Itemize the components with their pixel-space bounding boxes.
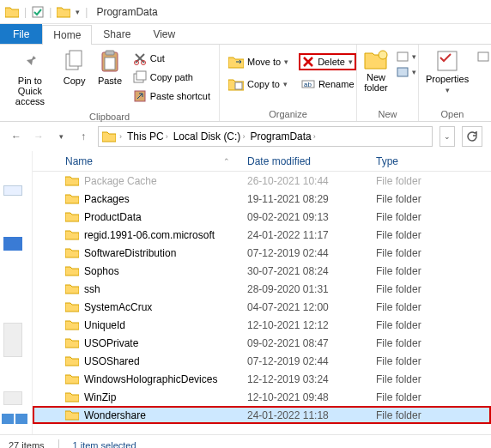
tab-file[interactable]: File [0, 24, 42, 44]
copy-to-button[interactable]: Copy to ▾ [225, 76, 291, 93]
paste-shortcut-button[interactable]: Paste shortcut [130, 88, 214, 105]
new-folder-button[interactable]: New folder [362, 46, 390, 96]
table-row[interactable]: Packages19-11-2021 08:29File folder [33, 190, 491, 208]
folder-icon [65, 283, 79, 294]
svg-rect-4 [106, 51, 114, 55]
group-label-open: Open [424, 107, 481, 121]
svg-rect-9 [136, 71, 146, 80]
nav-forward-button[interactable]: → [31, 129, 46, 144]
folder-icon [57, 6, 70, 18]
pin-to-quick-access-button[interactable]: Pin to Quick access [5, 46, 55, 110]
svg-rect-15 [397, 52, 408, 61]
group-open: Properties ▾ Open [419, 45, 486, 121]
column-headers: Name⌃ Date modified Type [33, 151, 491, 172]
chevron-down-icon: ▾ [284, 58, 288, 66]
folder-icon [65, 337, 79, 348]
col-name[interactable]: Name⌃ [33, 155, 247, 167]
svg-rect-5 [105, 58, 115, 70]
svg-rect-17 [438, 51, 457, 70]
crumb-local-disk[interactable]: Local Disk (C:)› [172, 130, 247, 142]
col-type[interactable]: Type [376, 155, 491, 167]
table-row[interactable]: Wondershare24-01-2022 11:18File folder [33, 406, 491, 424]
paste-shortcut-icon [133, 89, 147, 103]
table-row[interactable]: USOShared07-12-2019 02:44File folder [33, 352, 491, 370]
status-bar: 27 items 1 item selected [0, 434, 491, 448]
svg-text:ab: ab [304, 81, 312, 88]
table-row[interactable]: WindowsHolographicDevices12-12-2019 03:2… [33, 370, 491, 388]
open-button[interactable] [474, 50, 491, 64]
move-to-icon [228, 55, 244, 69]
group-label-organize: Organize [225, 107, 351, 121]
table-row[interactable]: UniqueId12-10-2021 12:12File folder [33, 316, 491, 334]
qat-separator: | [85, 6, 88, 18]
table-row[interactable]: SoftwareDistribution07-12-2019 02:44File… [33, 244, 491, 262]
nav-recent-button[interactable]: ▾ [53, 129, 69, 144]
rename-icon: ab [301, 78, 315, 90]
tab-share[interactable]: Share [92, 24, 142, 44]
delete-button[interactable]: Delete ▾ [299, 53, 356, 70]
folder-icon [65, 373, 79, 384]
table-row[interactable]: ProductData09-02-2021 09:13File folder [33, 208, 491, 226]
copy-button[interactable]: Copy [58, 46, 90, 89]
ribbon: Pin to Quick access Copy Paste Cut Copy … [0, 45, 491, 122]
chevron-down-icon[interactable]: ▾ [76, 8, 80, 16]
table-row[interactable]: ssh28-09-2020 01:31File folder [33, 280, 491, 298]
folder-icon [65, 409, 79, 421]
folder-icon [65, 355, 79, 366]
table-row[interactable]: regid.1991-06.com.microsoft24-01-2022 11… [33, 226, 491, 244]
paste-icon [99, 50, 121, 74]
ribbon-tabs: File Home Share View [0, 24, 491, 45]
group-label-clipboard: Clipboard [5, 110, 214, 124]
properties-icon [436, 50, 458, 72]
file-list: Name⌃ Date modified Type Package Cache26… [0, 151, 491, 434]
svg-rect-18 [478, 52, 488, 61]
qat-separator: | [24, 6, 27, 18]
move-to-button[interactable]: Move to ▾ [225, 53, 292, 70]
group-clipboard: Pin to Quick access Copy Paste Cut Copy … [0, 45, 220, 121]
folder-icon [65, 391, 79, 403]
table-row[interactable]: Package Cache26-10-2021 10:44File folder [33, 172, 491, 190]
properties-button[interactable]: Properties ▾ [424, 46, 470, 98]
group-organize: Move to ▾ Delete ▾ Copy to ▾ ab Rename [220, 45, 357, 121]
refresh-icon [466, 130, 478, 142]
window-title: ProgramData [96, 6, 157, 18]
svg-rect-0 [33, 7, 43, 17]
easy-access-button[interactable]: ▾ [393, 65, 420, 79]
folder-icon [65, 193, 79, 204]
svg-point-14 [379, 51, 387, 59]
crumb-this-pc[interactable]: This PC› [125, 130, 170, 142]
qat-separator: | [49, 6, 52, 18]
pin-icon [18, 50, 42, 74]
svg-rect-16 [397, 68, 408, 76]
path-dropdown[interactable]: ⌄ [439, 126, 455, 147]
table-row[interactable]: SystemAcCrux04-07-2021 12:00File folder [33, 298, 491, 316]
new-folder-icon [364, 50, 388, 70]
crumb-programdata[interactable]: ProgramData› [248, 130, 317, 142]
table-row[interactable]: USOPrivate09-02-2021 08:47File folder [33, 334, 491, 352]
col-date[interactable]: Date modified [247, 155, 376, 167]
folder-icon [5, 6, 19, 18]
cut-button[interactable]: Cut [130, 50, 214, 67]
chevron-down-icon: ▾ [283, 80, 288, 88]
qat-props-icon[interactable] [32, 6, 44, 18]
svg-rect-11 [235, 82, 242, 89]
folder-icon [65, 175, 79, 186]
nav-back-button[interactable]: ← [9, 129, 24, 144]
nav-up-button[interactable]: ↑ [76, 129, 91, 144]
tab-home[interactable]: Home [42, 25, 92, 45]
tab-view[interactable]: View [142, 24, 186, 44]
rename-button[interactable]: ab Rename [298, 76, 358, 93]
file-rows: Package Cache26-10-2021 10:44File folder… [33, 172, 491, 429]
table-row[interactable]: Sophos30-07-2021 08:24File folder [33, 262, 491, 280]
new-item-button[interactable]: ▾ [393, 50, 420, 64]
folder-icon [65, 247, 79, 258]
scissors-icon [133, 51, 147, 65]
table-row[interactable]: WinZip12-10-2021 09:48File folder [33, 388, 491, 406]
titlebar: | | ▾ | ProgramData [0, 0, 491, 24]
refresh-button[interactable] [462, 126, 482, 147]
paste-button[interactable]: Paste [94, 46, 125, 89]
copy-path-button[interactable]: Copy path [130, 69, 214, 86]
folder-icon [65, 211, 79, 222]
breadcrumb[interactable]: › This PC› Local Disk (C:)› ProgramData› [98, 126, 433, 147]
folder-icon [65, 265, 79, 276]
